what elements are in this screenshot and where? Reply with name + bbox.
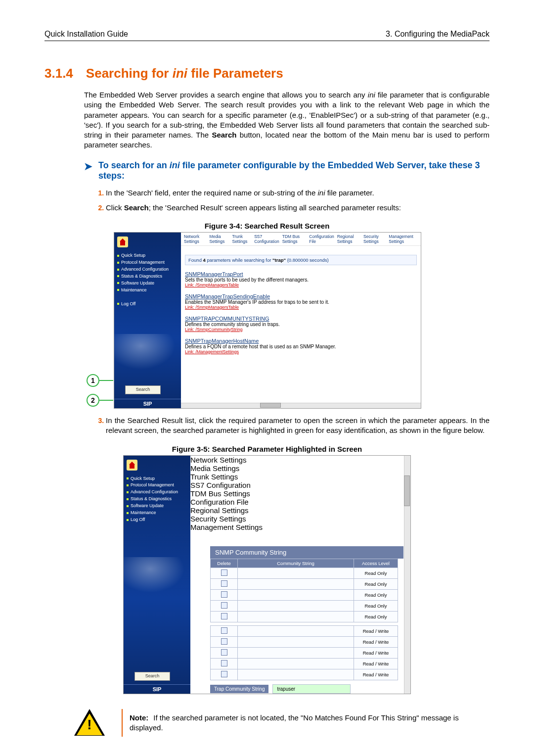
nav[interactable]: Management Settings bbox=[190, 523, 410, 531]
figure-3-5-caption: Figure 3-5: Searched Parameter Highlight… bbox=[44, 445, 490, 453]
result-item: SNMPTrapManagerHostName Defines a FQDN o… bbox=[185, 338, 417, 354]
table-row: Read Only bbox=[211, 567, 398, 578]
figure-3-4: Quick Setup Protocol Management Advanced… bbox=[114, 232, 421, 409]
result-link[interactable]: SNMPTrapManagerHostName bbox=[185, 338, 417, 344]
checkbox[interactable] bbox=[221, 613, 227, 619]
fig35-main: Network Settings Media Settings Trunk Se… bbox=[190, 456, 410, 694]
sidebar-item[interactable]: Status & Diagnostics bbox=[117, 273, 181, 280]
sidebar-item[interactable]: Advanced Configuration bbox=[117, 266, 181, 273]
table-row: Read Only bbox=[211, 611, 398, 622]
nav[interactable]: Regional Settings bbox=[337, 235, 360, 244]
table-row: Read Only bbox=[211, 589, 398, 600]
sidebar-item[interactable]: Protocol Management bbox=[127, 482, 190, 489]
nav[interactable]: Network Settings bbox=[184, 235, 207, 244]
scrollbar-horizontal[interactable] bbox=[181, 403, 421, 408]
sip-label: SIP bbox=[124, 684, 190, 694]
nav[interactable]: Trunk Settings bbox=[232, 235, 251, 244]
result-item: SNMPManagerTrapSendingEnable Enables the… bbox=[185, 293, 417, 310]
callout-2: 2 bbox=[87, 394, 113, 407]
section-number: 3.1.4 bbox=[44, 66, 73, 81]
home-icon[interactable] bbox=[127, 460, 137, 471]
trap-community-row: Trap Community String trapuser bbox=[210, 684, 403, 694]
sidebar-item[interactable]: Protocol Management bbox=[117, 259, 181, 266]
trap-value[interactable]: trapuser bbox=[272, 684, 351, 694]
sidebar-item[interactable]: Status & Diagnostics bbox=[127, 496, 190, 503]
figure-3-5: Quick Setup Protocol Management Advanced… bbox=[123, 455, 411, 694]
sidebar-item[interactable]: Advanced Configuration bbox=[127, 489, 190, 496]
result-page-link[interactable]: Link: /SnmpManagersTable bbox=[185, 305, 417, 310]
nav[interactable]: SS7 Configuration bbox=[254, 235, 279, 244]
note-text: Note:If the searched parameter is not lo… bbox=[122, 709, 490, 737]
fig34-main: Network Settings Media Settings Trunk Se… bbox=[181, 233, 421, 408]
result-link[interactable]: SNMPManagerTrapPort bbox=[185, 271, 417, 277]
callout-1: 1 bbox=[87, 374, 113, 387]
fig34-menu: Quick Setup Protocol Management Advanced… bbox=[117, 252, 181, 308]
home-icon[interactable] bbox=[117, 236, 128, 247]
sidebar-item-logoff[interactable]: Log Off bbox=[127, 517, 190, 523]
result-item: SNMPTRAPCOMMUNITYSTRING Defines the comm… bbox=[185, 316, 417, 332]
nav[interactable]: Network Settings bbox=[190, 456, 410, 464]
result-page-link[interactable]: Link: /ManagementSettings bbox=[185, 349, 417, 354]
checkbox[interactable] bbox=[221, 660, 227, 666]
sidebar-item-logoff[interactable]: Log Off bbox=[117, 301, 181, 308]
sidebar-item[interactable]: Quick Setup bbox=[127, 475, 190, 482]
nav[interactable]: Management Settings bbox=[389, 235, 418, 244]
checkbox[interactable] bbox=[221, 638, 227, 645]
scrollbar-thumb[interactable] bbox=[260, 403, 281, 408]
table-row: Read / Write bbox=[211, 669, 398, 680]
nav[interactable]: TDM Bus Settings bbox=[282, 235, 307, 244]
fig35-sidebar: Quick Setup Protocol Management Advanced… bbox=[124, 456, 190, 694]
warning-icon: ! bbox=[74, 709, 105, 736]
scrollbar-thumb[interactable] bbox=[404, 475, 410, 506]
table-row: Read / Write bbox=[211, 636, 398, 647]
nav[interactable]: SS7 Configuration bbox=[190, 481, 410, 489]
community-string-table: Delete Community String Access Level Rea… bbox=[210, 559, 398, 680]
result-page-link[interactable]: Link: /SnmpManagersTable bbox=[185, 283, 417, 287]
result-link[interactable]: SNMPManagerTrapSendingEnable bbox=[185, 293, 417, 299]
col-access: Access Level bbox=[354, 559, 398, 567]
checkbox[interactable] bbox=[221, 591, 227, 598]
nav[interactable]: Trunk Settings bbox=[190, 472, 410, 481]
nav[interactable]: Configuration File bbox=[309, 235, 334, 244]
sidebar-item[interactable]: Software Update bbox=[127, 503, 190, 510]
checkbox[interactable] bbox=[221, 580, 227, 587]
search-button[interactable]: Search bbox=[125, 385, 161, 394]
checkbox[interactable] bbox=[221, 602, 227, 609]
steps-list: In the 'Search' field, enter the require… bbox=[94, 188, 490, 213]
checkbox[interactable] bbox=[221, 569, 227, 576]
panel-title: SNMP Community String bbox=[210, 546, 403, 559]
checkbox[interactable] bbox=[221, 649, 227, 656]
fig34-topnav: Network Settings Media Settings Trunk Se… bbox=[181, 233, 421, 246]
checkbox[interactable] bbox=[221, 627, 227, 634]
col-community: Community String bbox=[238, 559, 354, 567]
trap-label: Trap Community String bbox=[210, 685, 268, 693]
nav[interactable]: Media Settings bbox=[190, 464, 410, 472]
section-heading: 3.1.4Searching for ini file Parameters bbox=[44, 66, 490, 81]
header-left: Quick Installation Guide bbox=[44, 30, 128, 39]
procedure-heading: ➤ To search for an ini file parameter co… bbox=[84, 160, 490, 181]
nav[interactable]: Regional Settings bbox=[190, 506, 410, 515]
nav[interactable]: TDM Bus Settings bbox=[190, 489, 410, 498]
search-button[interactable]: Search bbox=[134, 672, 170, 681]
result-link[interactable]: SNMPTRAPCOMMUNITYSTRING bbox=[185, 316, 417, 322]
step-1: In the 'Search' field, enter the require… bbox=[106, 188, 490, 198]
found-banner: Found 4 parameters while searching for "… bbox=[185, 255, 417, 265]
nav[interactable]: Configuration File bbox=[190, 498, 410, 506]
sidebar-item[interactable]: Software Update bbox=[117, 280, 181, 287]
nav[interactable]: Media Settings bbox=[210, 235, 229, 244]
step-3: In the Searched Result list, click the r… bbox=[106, 416, 490, 436]
checkbox[interactable] bbox=[221, 671, 227, 677]
sidebar-item[interactable]: Quick Setup bbox=[117, 252, 181, 259]
sidebar-item[interactable]: Maintenance bbox=[117, 287, 181, 294]
sidebar-item[interactable]: Maintenance bbox=[127, 510, 190, 517]
nav[interactable]: Security Settings bbox=[190, 515, 410, 523]
table-row: Read / Write bbox=[211, 647, 398, 658]
nav[interactable]: Security Settings bbox=[363, 235, 386, 244]
result-page-link[interactable]: Link: /SnmpCommunityString bbox=[185, 327, 417, 332]
table-row: Read / Write bbox=[211, 658, 398, 669]
table-row: Read Only bbox=[211, 578, 398, 589]
note-box: ! Note:If the searched parameter is not … bbox=[74, 709, 490, 737]
result-item: SNMPManagerTrapPort Sets the trap ports … bbox=[185, 271, 417, 287]
header-right: 3. Configuring the MediaPack bbox=[386, 30, 490, 39]
table-row: Read Only bbox=[211, 600, 398, 611]
